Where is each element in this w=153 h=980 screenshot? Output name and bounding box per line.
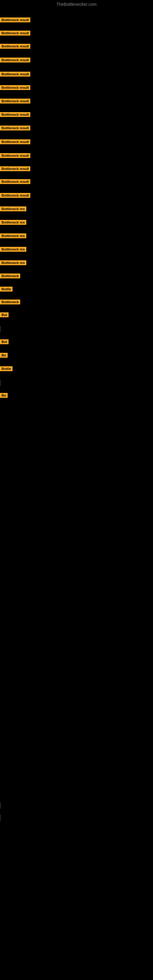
bottleneck-badge-27[interactable]: Bottle (0, 366, 13, 372)
badge-label-19: Bottleneck res (0, 260, 26, 265)
badge-label-10: Bottleneck result (0, 139, 30, 144)
badge-label-25: Bot (0, 339, 9, 344)
bottleneck-badge-9[interactable]: Bottleneck result (0, 126, 30, 132)
badge-label-3: Bottleneck result (0, 44, 30, 49)
bottleneck-badge-17[interactable]: Bottleneck res (0, 233, 26, 240)
site-title: TheBottlenecker.com (0, 0, 153, 9)
badge-label-26: Bo (0, 353, 8, 358)
bottleneck-badge-11[interactable]: Bottleneck result (0, 153, 30, 159)
bottleneck-badge-14[interactable]: Bottleneck result (0, 193, 30, 199)
badge-label-6: Bottleneck result (0, 85, 30, 90)
bottleneck-badge-21[interactable]: Bottle (0, 286, 13, 293)
bottleneck-badge-18[interactable]: Bottleneck res (0, 247, 26, 253)
bottleneck-badge-19[interactable]: Bottleneck res (0, 260, 26, 266)
bottleneck-badge-1[interactable]: Bottleneck result (0, 18, 30, 24)
badge-label-23: Bot (0, 312, 9, 317)
bottleneck-badge-25[interactable]: Bot (0, 339, 9, 345)
vertical-line-31 (0, 815, 1, 821)
bottleneck-badge-10[interactable]: Bottleneck result (0, 139, 30, 145)
badge-label-4: Bottleneck result (0, 57, 30, 62)
bottleneck-badge-29[interactable]: Bo (0, 393, 8, 399)
bottleneck-badge-20[interactable]: Bottleneck (0, 274, 20, 280)
bottleneck-badge-2[interactable]: Bottleneck result (0, 30, 30, 37)
badge-label-9: Bottleneck result (0, 126, 30, 130)
badge-label-11: Bottleneck result (0, 153, 30, 158)
vertical-line-24 (0, 326, 1, 332)
badge-label-17: Bottleneck res (0, 233, 26, 238)
badge-label-18: Bottleneck res (0, 247, 26, 252)
badge-label-2: Bottleneck result (0, 30, 30, 35)
bottleneck-badge-5[interactable]: Bottleneck result (0, 72, 30, 78)
badge-label-21: Bottle (0, 286, 13, 291)
bottleneck-badge-13[interactable]: Bottleneck result (0, 179, 30, 185)
badge-label-13: Bottleneck result (0, 179, 30, 184)
badge-label-7: Bottleneck result (0, 99, 30, 103)
bottleneck-badge-12[interactable]: Bottleneck result (0, 166, 30, 172)
bottleneck-badge-3[interactable]: Bottleneck result (0, 44, 30, 50)
bottleneck-badge-23[interactable]: Bot (0, 312, 9, 318)
bottleneck-badge-4[interactable]: Bottleneck result (0, 57, 30, 64)
bottleneck-badge-16[interactable]: Bottleneck res (0, 220, 26, 226)
bottleneck-badge-15[interactable]: Bottleneck res (0, 207, 26, 213)
badge-label-20: Bottleneck (0, 274, 20, 278)
bottleneck-badge-26[interactable]: Bo (0, 353, 8, 359)
bottleneck-badge-6[interactable]: Bottleneck result (0, 85, 30, 91)
badge-label-16: Bottleneck res (0, 220, 26, 225)
badge-label-1: Bottleneck result (0, 18, 30, 22)
bottleneck-badge-7[interactable]: Bottleneck result (0, 99, 30, 105)
badge-label-5: Bottleneck result (0, 72, 30, 76)
badge-label-22: Bottleneck (0, 299, 20, 304)
bottleneck-badge-8[interactable]: Bottleneck result (0, 112, 30, 118)
vertical-line-28 (0, 380, 1, 386)
badge-label-29: Bo (0, 393, 8, 398)
bottleneck-badge-22[interactable]: Bottleneck (0, 299, 20, 305)
vertical-line-30 (0, 802, 1, 808)
badge-label-14: Bottleneck result (0, 193, 30, 198)
badge-label-12: Bottleneck result (0, 166, 30, 171)
badge-label-15: Bottleneck res (0, 207, 26, 211)
badge-label-27: Bottle (0, 366, 13, 371)
badge-label-8: Bottleneck result (0, 112, 30, 117)
